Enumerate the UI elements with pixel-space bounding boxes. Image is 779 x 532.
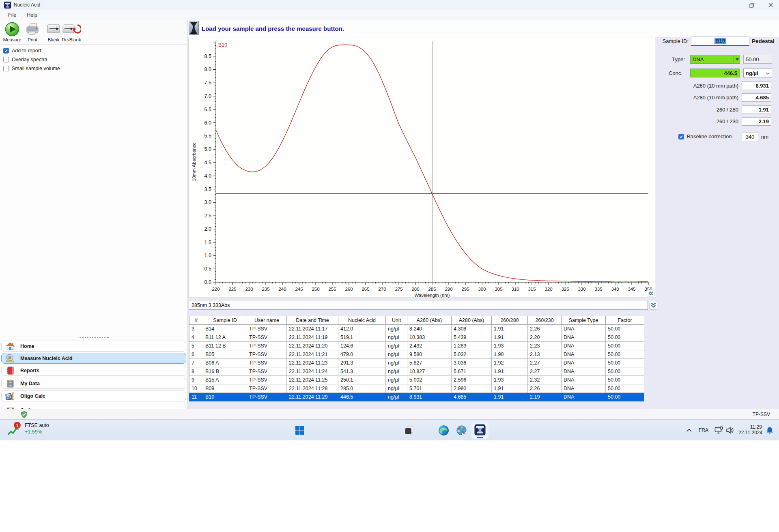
column-header[interactable]: Nucleic Acid xyxy=(338,316,386,325)
oligo-calc-icon xyxy=(5,392,15,401)
table-row[interactable]: 5B11 12 BTP-SSV22.11.2024 11:20124.6ng/µ… xyxy=(189,342,644,350)
reports-icon xyxy=(5,366,15,375)
table-cell: ng/µl xyxy=(386,359,407,367)
conc-label: Conc. xyxy=(645,70,682,76)
column-header[interactable]: Factor xyxy=(606,316,644,325)
sidebar-item-oligo-calc[interactable]: Oligo Calc xyxy=(1,390,186,401)
volume-icon[interactable] xyxy=(725,425,735,435)
table-cell: 7 xyxy=(189,359,203,367)
table-cell: 22.11.2024 11:21 xyxy=(287,350,338,359)
svg-text:315: 315 xyxy=(528,287,536,292)
window-title: Nucleic Acid xyxy=(14,2,40,8)
table-row[interactable]: 6B05TP-SSV22.11.2024 11:21479.0ng/µl9.58… xyxy=(189,350,644,359)
column-header[interactable]: A280 (Abs) xyxy=(452,316,492,325)
sidebar-item-measure-nucleic-acid[interactable]: Measure Nucleic Acid xyxy=(1,353,186,364)
svg-text:245: 245 xyxy=(295,287,303,292)
svg-text:2.5: 2.5 xyxy=(204,213,211,219)
table-cell: 4.685 xyxy=(452,393,492,401)
column-header[interactable]: User name xyxy=(247,316,287,325)
table-cell: B06 A xyxy=(203,359,247,367)
svg-text:325: 325 xyxy=(561,287,569,292)
shield-check-icon xyxy=(21,411,27,418)
table-cell: ng/µl xyxy=(386,333,407,342)
add-to-report-checkbox[interactable]: Add to report xyxy=(3,47,41,54)
table-cell: 50.00 xyxy=(606,384,644,393)
active-app-button[interactable] xyxy=(471,422,488,439)
paint-app-button[interactable] xyxy=(455,424,467,436)
table-cell: ng/µl xyxy=(386,367,407,376)
overlay-spectra-checkbox[interactable]: Overlay spectra xyxy=(3,56,47,63)
table-row[interactable]: 4B11 12 ATP-SSV22.11.2024 11:19519.1ng/µ… xyxy=(189,333,644,342)
table-cell: TP-SSV xyxy=(247,359,287,367)
dropdown-arrow-icon xyxy=(734,55,740,63)
column-header[interactable]: A260 (Abs) xyxy=(407,316,452,325)
ratio-260-280-value: 1.91 xyxy=(742,105,771,114)
column-header[interactable]: 260/280 xyxy=(492,316,528,325)
column-header[interactable]: Sample Type xyxy=(562,316,606,325)
task-view-icon xyxy=(404,425,414,435)
column-header[interactable]: Unit xyxy=(386,316,407,325)
print-button[interactable]: Print xyxy=(21,21,44,44)
close-button[interactable] xyxy=(762,0,779,10)
table-row[interactable]: 3B14TP-SSV22.11.2024 11:17412.0ng/µl8.24… xyxy=(189,325,644,333)
table-row[interactable]: 11B10TP-SSV22.11.2024 11:29446.5ng/µl8.9… xyxy=(189,393,644,401)
baseline-wavelength-input[interactable]: 340 xyxy=(742,133,758,141)
conc-value: 446.5 xyxy=(724,70,737,76)
column-header[interactable]: Date and Time xyxy=(287,316,338,325)
table-cell: 4 xyxy=(189,333,203,342)
svg-text:7.5: 7.5 xyxy=(204,80,211,86)
column-header[interactable]: Sample ID xyxy=(203,316,247,325)
type-dropdown[interactable]: DNA xyxy=(690,55,740,64)
sidebar-item-home[interactable]: Home xyxy=(1,341,186,352)
menu-help[interactable]: Help xyxy=(27,12,37,18)
chart-collapse-button[interactable] xyxy=(647,290,654,296)
column-header[interactable]: # xyxy=(189,316,203,325)
table-row[interactable]: 9B15 ATP-SSV22.11.2024 11:25250.1ng/µl5.… xyxy=(189,376,644,384)
paint-icon xyxy=(456,425,467,436)
edge-browser-button[interactable] xyxy=(437,424,450,436)
tray-overflow-button[interactable] xyxy=(684,425,694,435)
table-row[interactable]: 8B16 BTP-SSV22.11.2024 11:24541.3ng/µl10… xyxy=(189,367,644,376)
sample-id-input[interactable]: B10 xyxy=(691,36,749,46)
svg-text:8.0: 8.0 xyxy=(204,66,211,72)
clock[interactable]: 11:29 22.11.2024 xyxy=(738,424,762,435)
table-row[interactable]: 10B09TP-SSV22.11.2024 11:28285.0ng/µl5.7… xyxy=(189,384,644,393)
column-header[interactable]: 260/230 xyxy=(528,316,562,325)
factor-field[interactable]: 50.00 xyxy=(743,55,772,64)
language-indicator[interactable]: FRA xyxy=(699,427,708,433)
stocks-widget[interactable]: 1 FTSE auto +1.59% xyxy=(7,423,49,436)
small-sample-volume-checkbox[interactable]: Small sample volume xyxy=(3,65,60,72)
sidebar-item-my-data[interactable]: My Data xyxy=(1,378,186,389)
task-view-button[interactable] xyxy=(403,424,415,436)
svg-text:290: 290 xyxy=(445,287,452,292)
table-cell: DNA xyxy=(562,350,606,359)
svg-text:3.5: 3.5 xyxy=(204,187,211,192)
active-app-indicator xyxy=(477,437,483,438)
notification-bell-icon[interactable] xyxy=(764,425,775,435)
table-cell: DNA xyxy=(562,376,606,384)
svg-text:240: 240 xyxy=(278,287,286,292)
sidebar-item-reports[interactable]: Reports xyxy=(1,365,186,376)
svg-text:0.0: 0.0 xyxy=(204,279,211,285)
restore-button[interactable] xyxy=(743,0,761,10)
clock-time: 11:29 xyxy=(738,424,762,430)
table-cell: 2.13 xyxy=(528,350,562,359)
spectrum-chart[interactable]: 0.00.51.01.52.02.53.03.54.04.55.05.56.06… xyxy=(189,37,656,298)
baseline-unit: nm xyxy=(761,134,768,140)
measure-button[interactable]: Measure xyxy=(1,21,24,44)
network-icon[interactable] xyxy=(713,425,724,435)
svg-text:1.0: 1.0 xyxy=(204,253,211,258)
splitter-handle[interactable] xyxy=(80,337,109,338)
start-button[interactable] xyxy=(294,424,306,436)
baseline-correction-checkbox[interactable]: Baseline correction xyxy=(678,133,732,139)
baseline-label: Baseline correction xyxy=(687,133,732,139)
reblank-button[interactable]: Re-Blank xyxy=(60,21,83,44)
unit-dropdown[interactable]: ng/µl xyxy=(743,69,772,77)
table-cell: TP-SSV xyxy=(247,367,287,376)
table-cell: ng/µl xyxy=(386,384,407,393)
minimize-button[interactable] xyxy=(725,0,743,10)
menu-file[interactable]: File xyxy=(8,12,16,18)
table-row[interactable]: 7B06 ATP-SSV22.11.2024 11:23291.3ng/µl5.… xyxy=(189,359,644,367)
table-expand-button[interactable] xyxy=(650,301,657,310)
table-cell: TP-SSV xyxy=(247,393,287,401)
